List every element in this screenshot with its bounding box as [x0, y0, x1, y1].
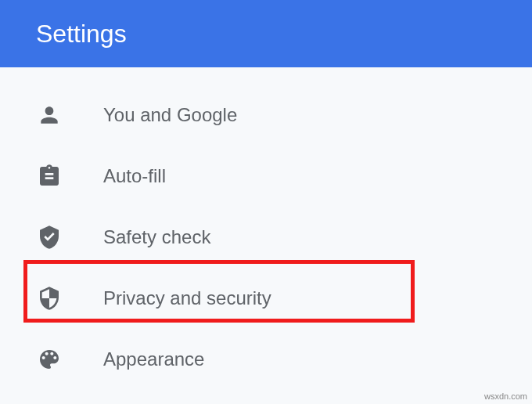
- palette-icon: [36, 346, 63, 373]
- menu-item-safety-check[interactable]: Safety check: [0, 207, 532, 268]
- shield-icon: [36, 285, 63, 312]
- menu-item-label: Auto-fill: [103, 165, 166, 187]
- person-icon: [36, 102, 63, 128]
- menu-item-label: Safety check: [103, 226, 210, 248]
- menu-item-label: You and Google: [103, 104, 237, 126]
- header: Settings: [0, 0, 532, 67]
- menu-item-appearance[interactable]: Appearance: [0, 329, 532, 390]
- menu-item-label: Privacy and security: [103, 287, 271, 309]
- watermark: wsxdn.com: [484, 391, 527, 401]
- shield-check-icon: [36, 224, 63, 251]
- menu-item-you-and-google[interactable]: You and Google: [0, 85, 532, 146]
- menu-item-label: Appearance: [103, 348, 204, 370]
- settings-menu: You and Google Auto-fill Safety check Pr…: [0, 67, 532, 390]
- menu-item-privacy-security[interactable]: Privacy and security: [0, 268, 532, 329]
- menu-item-autofill[interactable]: Auto-fill: [0, 146, 532, 207]
- page-title: Settings: [36, 20, 127, 49]
- clipboard-icon: [36, 163, 63, 189]
